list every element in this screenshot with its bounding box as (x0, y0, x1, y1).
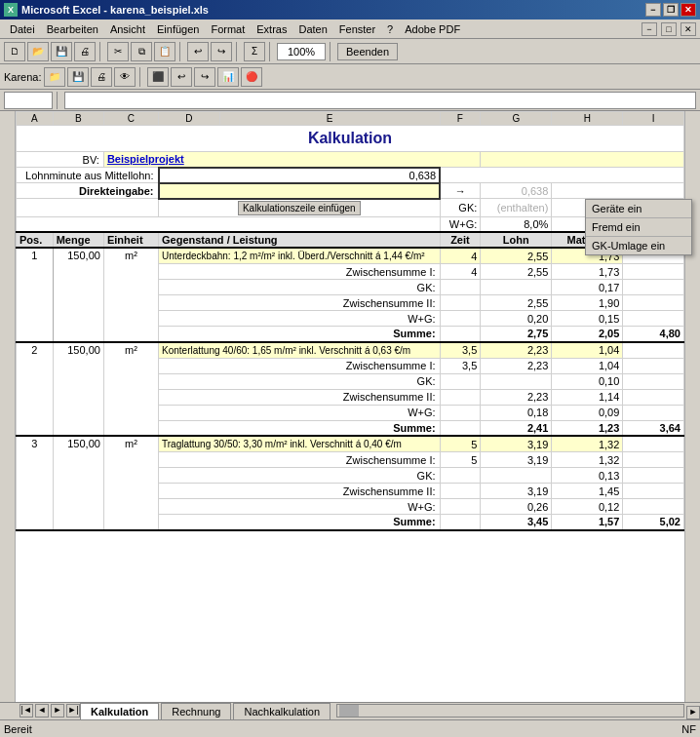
title-row: Kalkulation (17, 126, 684, 152)
gegenstand-2[interactable]: Konterlattung 40/60: 1,65 m/m² inkl. Ver… (159, 342, 441, 359)
bv-value[interactable]: Beispielprojekt (103, 152, 480, 168)
kalkulationszeile-button[interactable]: Kalkulationszeile einfügen (238, 201, 361, 215)
karena-btn3[interactable]: 🖨 (91, 67, 112, 87)
menu-format[interactable]: Format (205, 21, 251, 37)
fremd-ein-button[interactable]: Fremd ein (586, 218, 691, 237)
wg-row: W+G: 8,0% 8,0% (17, 216, 684, 232)
col-header-d: D (159, 112, 220, 126)
karena-btn7[interactable]: ↪ (194, 67, 215, 87)
karena-btn6[interactable]: ↩ (171, 67, 192, 87)
sep1 (99, 42, 103, 61)
save-btn[interactable]: 💾 (51, 42, 72, 61)
menge-1: 150,00 (53, 248, 103, 342)
sep2 (179, 42, 183, 61)
menu-help[interactable]: ? (381, 21, 399, 37)
minimize-button[interactable]: − (645, 3, 661, 17)
beenden-button[interactable]: Beenden (337, 43, 398, 60)
einheit-2: m² (103, 342, 158, 437)
restore-button[interactable]: ❐ (663, 3, 679, 17)
sub5-ep-2: 3,64 (623, 420, 684, 436)
karena-btn5[interactable]: ⬛ (147, 67, 169, 87)
status-bar: Bereit NF (0, 719, 700, 737)
new-btn[interactable]: 🗋 (4, 42, 25, 61)
sub1-mat-1: 1,73 (552, 264, 623, 280)
lohn-value[interactable]: 0,638 (159, 168, 441, 183)
sub1-lohn-2: 2,23 (481, 358, 552, 373)
sub5-mat-1: 2,05 (552, 327, 623, 342)
tab-navigation: |◄ ◄ ► ►| (19, 704, 80, 719)
col-einheit: Einheit (103, 232, 158, 248)
sub1-zeit-3: 5 (440, 452, 481, 468)
col-header-e: E (219, 112, 440, 126)
sub4-label-3: W+G: (159, 499, 441, 515)
lohn-2: 2,23 (481, 342, 552, 359)
tab-prev-btn[interactable]: ◄ (35, 704, 49, 718)
sub3-label-3: Zwischensumme II: (159, 484, 441, 499)
tab-next-btn[interactable]: ► (51, 704, 64, 718)
menu-adobe[interactable]: Adobe PDF (399, 21, 466, 37)
sub3-lohn-1: 2,55 (481, 295, 552, 311)
sep5 (330, 42, 333, 61)
app-restore-btn[interactable]: □ (661, 22, 677, 36)
gk-umlage-ein-button[interactable]: GK-Umlage ein (586, 237, 691, 254)
tab-first-btn[interactable]: |◄ (19, 704, 33, 718)
menu-ansicht[interactable]: Ansicht (104, 21, 151, 37)
sub2-label-2: GK: (159, 373, 441, 389)
autosum-btn[interactable]: Σ (244, 42, 265, 61)
col-header-a: A (17, 112, 54, 126)
horizontal-scrollbar[interactable] (336, 704, 684, 718)
col-lohn: Lohn (481, 232, 552, 248)
col-gegenstand: Gegenstand / Leistung (159, 232, 441, 248)
app-close-btn[interactable]: ✕ (681, 22, 696, 36)
paste-btn[interactable]: 📋 (154, 42, 175, 61)
direkt-input[interactable] (159, 183, 441, 199)
karena-btn4[interactable]: 👁 (114, 67, 136, 87)
col-header-g: G (481, 112, 552, 126)
karena-btn2[interactable]: 💾 (67, 67, 89, 87)
copy-btn[interactable]: ⧉ (131, 42, 152, 61)
col-header-i: I (623, 112, 684, 126)
close-button[interactable]: ✕ (681, 3, 696, 17)
tab-nachkalkulation[interactable]: Nachkalkulation (233, 703, 331, 719)
sub3-mat-1: 1,90 (552, 295, 623, 311)
undo-btn[interactable]: ↩ (187, 42, 209, 61)
geraete-ein-button[interactable]: Geräte ein (586, 200, 691, 218)
formula-input[interactable] (64, 92, 696, 109)
window-title: Microsoft Excel - karena_beispiel.xls (21, 4, 209, 16)
einheit-1: m² (103, 248, 158, 342)
tab-last-btn[interactable]: ►| (66, 704, 80, 718)
sub5-ep-1: 4,80 (623, 327, 684, 342)
gegenstand-1[interactable]: Unterdeckbahn: 1,2 m²/m² inkl. Überd./Ve… (159, 248, 441, 264)
open-btn[interactable]: 📂 (27, 42, 49, 61)
karena-btn8[interactable]: 📊 (217, 67, 239, 87)
sub5-label-2: Summe: (159, 420, 441, 436)
karena-btn9[interactable]: 🔴 (241, 67, 262, 87)
tab-kalkulation[interactable]: Kalkulation (80, 703, 159, 719)
menu-extras[interactable]: Extras (251, 21, 292, 37)
cell-reference-input[interactable] (4, 92, 53, 109)
sub5-lohn-2: 2,41 (481, 420, 552, 436)
sub5-ep-3: 5,02 (623, 515, 684, 530)
scroll-thumb[interactable] (339, 705, 359, 717)
app-minimize-btn[interactable]: − (642, 22, 657, 36)
sub3-label-1: Zwischensumme II: (159, 295, 441, 311)
zeit-1: 4 (440, 248, 481, 264)
cut-btn[interactable]: ✂ (107, 42, 129, 61)
formula-bar (0, 90, 700, 111)
menu-einfuegen[interactable]: Einfügen (151, 21, 205, 37)
scroll-right-btn[interactable]: ► (686, 706, 700, 719)
sub2-label-1: GK: (159, 280, 441, 295)
menu-fenster[interactable]: Fenster (333, 21, 381, 37)
menu-bearbeiten[interactable]: Bearbeiten (41, 21, 104, 37)
col-zeit: Zeit (440, 232, 481, 248)
print-btn[interactable]: 🖨 (74, 42, 96, 61)
redo-btn[interactable]: ↪ (211, 42, 232, 61)
menu-datei[interactable]: Datei (4, 21, 41, 37)
zoom-input[interactable] (277, 43, 326, 60)
tab-rechnung[interactable]: Rechnung (161, 703, 231, 719)
karena-btn1[interactable]: 📁 (44, 67, 65, 87)
menu-daten[interactable]: Daten (292, 21, 332, 37)
direkt-label: Direkteingabe: (17, 183, 159, 199)
gegenstand-3[interactable]: Traglattung 30/50: 3,30 m/m² inkl. Versc… (159, 436, 441, 452)
kalkulationszeile-btn[interactable]: Kalkulationszeile einfügen (159, 199, 441, 217)
